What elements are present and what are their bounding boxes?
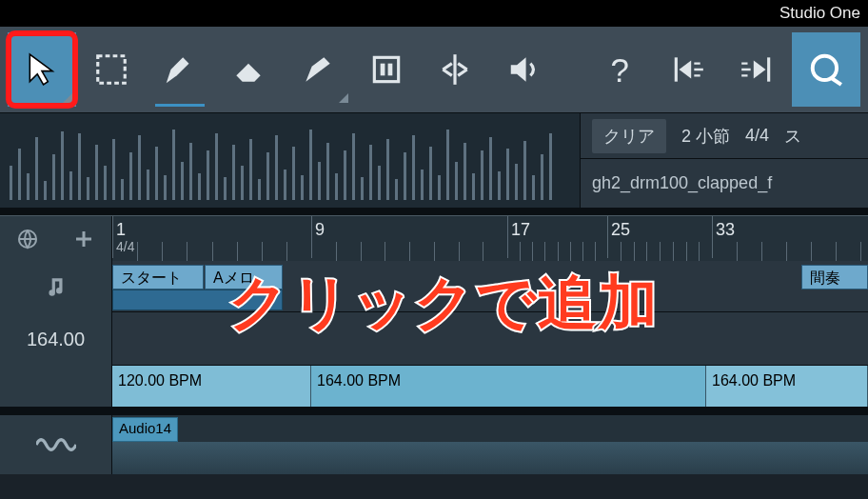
audio-track-row: Audio14 <box>0 408 868 474</box>
mute-tool-button[interactable] <box>352 32 421 107</box>
filename-bar: gh2_drm100_clapped_f <box>581 159 868 208</box>
mute-icon <box>368 51 404 88</box>
ruler-number: 25 <box>611 220 630 240</box>
svg-line-9 <box>832 79 841 85</box>
time-ruler[interactable]: 4/4 19172533 <box>112 216 868 261</box>
ruler-number: 9 <box>315 220 325 240</box>
plus-icon[interactable] <box>72 228 95 250</box>
snap-start-button[interactable] <box>654 32 722 107</box>
main-toolbar: ? <box>0 27 868 112</box>
app-title: Studio One <box>779 4 860 22</box>
highlight-box <box>6 30 78 109</box>
tempo-display: 164.00 <box>27 329 85 350</box>
ruler-number: 33 <box>716 220 735 240</box>
ruler-number: 17 <box>511 220 530 240</box>
bars-label[interactable]: 2 小節 <box>681 125 730 148</box>
tempo-area[interactable] <box>112 312 868 366</box>
tempo-head[interactable]: 164.00 <box>0 312 112 366</box>
svg-rect-1 <box>374 57 398 81</box>
bpm-segment-3[interactable]: 164.00 BPM <box>706 366 868 407</box>
timeline-header: 4/4 19172533 <box>0 215 868 261</box>
bpm-head <box>0 366 112 407</box>
marker-start[interactable]: スタート <box>112 265 204 289</box>
marker-track-head[interactable] <box>0 261 112 312</box>
listen-tool-button[interactable] <box>489 32 558 107</box>
clear-button[interactable]: クリア <box>592 119 666 153</box>
bpm-row: 120.00 BPM 164.00 BPM 164.00 BPM <box>0 366 868 408</box>
mini-waveform[interactable] <box>0 113 581 208</box>
bpm-area[interactable]: 120.00 BPM 164.00 BPM 164.00 BPM <box>112 366 868 407</box>
speaker-icon <box>506 51 542 88</box>
pencil-icon <box>162 51 198 88</box>
audio-clip[interactable]: Audio14 <box>112 417 178 442</box>
paint-icon <box>300 51 336 88</box>
ruler-sig: 4/4 <box>116 239 134 254</box>
audio-area[interactable]: Audio14 <box>112 415 868 474</box>
help-button[interactable]: ? <box>585 32 654 107</box>
marker-a-melody[interactable]: Aメロ <box>205 265 283 289</box>
audio-track-head[interactable] <box>0 415 112 474</box>
pencil-tool-button[interactable] <box>146 32 214 107</box>
question-icon: ? <box>602 51 638 88</box>
quantize-icon <box>808 51 844 88</box>
bpm-segment-2[interactable]: 164.00 BPM <box>311 366 706 407</box>
svg-text:?: ? <box>610 51 628 88</box>
bpm-segment-1[interactable]: 120.00 BPM <box>112 366 311 407</box>
waveform-icon <box>36 431 76 458</box>
track-header-controls <box>0 216 112 261</box>
quantize-button[interactable] <box>792 32 860 107</box>
snap-end-icon <box>739 51 775 88</box>
title-bar: Studio One <box>0 0 868 27</box>
range-tool-button[interactable] <box>76 32 145 107</box>
secondary-bar: クリア 2 小節 4/4 ス gh2_drm100_clapped_f <box>0 112 868 208</box>
music-note-icon <box>44 274 69 299</box>
arrow-tool-button[interactable] <box>8 32 76 107</box>
tempo-row: 164.00 <box>0 312 868 366</box>
range-select-icon <box>93 51 129 88</box>
marker-area[interactable]: スタート Aメロ 間奏 <box>112 261 868 312</box>
filename-label[interactable]: gh2_drm100_clapped_f <box>592 173 772 193</box>
split-tool-button[interactable] <box>421 32 489 107</box>
ruler-number: 1 <box>116 220 126 240</box>
quantize-options-bar: クリア 2 小節 4/4 ス <box>581 113 868 159</box>
snap-start-icon <box>670 51 706 88</box>
marker-region[interactable] <box>112 289 283 310</box>
eraser-icon <box>230 51 266 88</box>
split-icon <box>437 51 473 88</box>
extra-label[interactable]: ス <box>784 125 801 148</box>
svg-rect-3 <box>387 64 392 76</box>
marker-track-row: スタート Aメロ 間奏 <box>0 261 868 312</box>
globe-icon[interactable] <box>16 228 39 250</box>
marker-interlude[interactable]: 間奏 <box>801 265 868 289</box>
timesig-label[interactable]: 4/4 <box>745 126 769 146</box>
svg-rect-0 <box>97 56 125 84</box>
paint-tool-button[interactable] <box>283 32 351 107</box>
svg-rect-2 <box>381 64 385 76</box>
eraser-tool-button[interactable] <box>214 32 283 107</box>
snap-end-button[interactable] <box>722 32 791 107</box>
audio-waveform[interactable] <box>112 442 868 474</box>
svg-point-8 <box>813 56 837 80</box>
